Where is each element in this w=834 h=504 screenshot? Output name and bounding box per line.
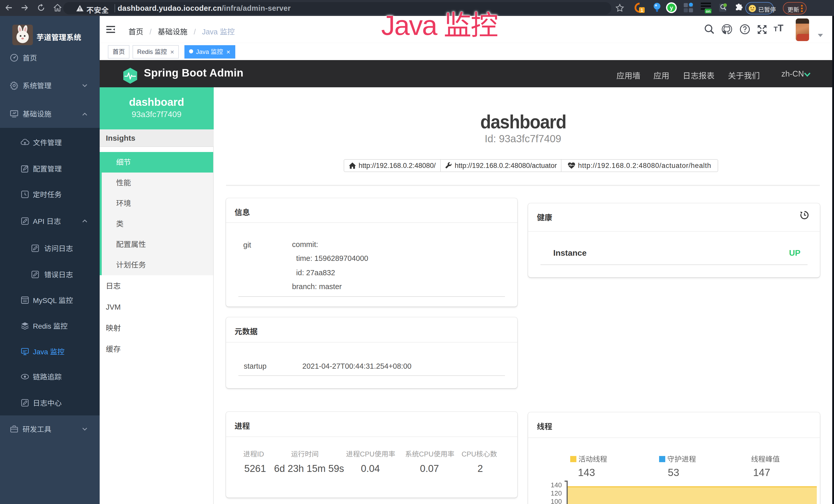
svg-text:1: 1 [641, 8, 643, 13]
svg-text:y: y [670, 5, 673, 11]
svg-text:on: on [706, 9, 710, 13]
